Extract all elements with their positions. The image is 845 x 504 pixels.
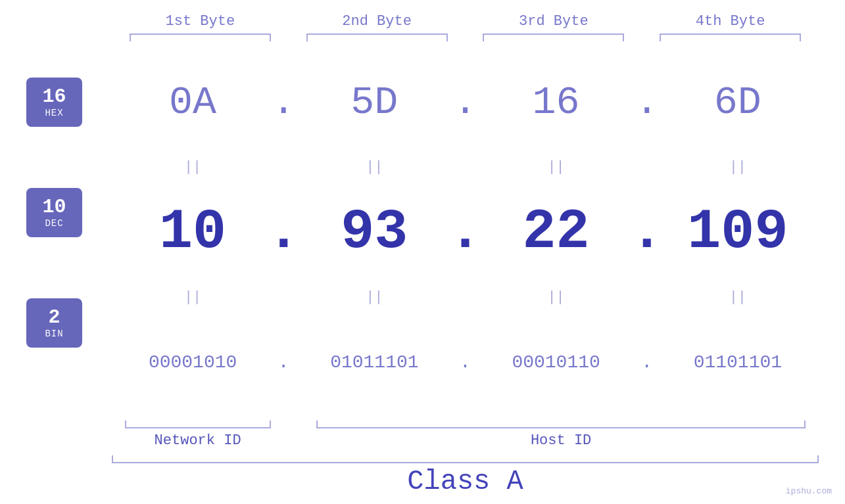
equals-2-2: || xyxy=(293,289,455,306)
dec-dot-2: . xyxy=(456,200,475,264)
bin-base-label: BIN xyxy=(45,329,63,339)
bin-value-1: 00001010 xyxy=(149,352,237,373)
bin-dot-symbol-3: . xyxy=(641,352,652,373)
hex-byte-3: 16 xyxy=(475,80,637,125)
hex-row: 0A . 5D . 16 . 6D xyxy=(112,47,819,158)
bracket-top-2 xyxy=(306,34,448,41)
dec-value-2: 93 xyxy=(341,200,408,264)
hex-byte-1: 0A xyxy=(112,80,274,125)
dec-byte-4: 109 xyxy=(657,200,819,264)
bin-byte-2: 01011101 xyxy=(293,352,455,373)
dec-byte-3: 22 xyxy=(475,200,637,264)
bin-byte-1: 00001010 xyxy=(112,352,274,373)
bracket-top-4 xyxy=(660,34,801,41)
byte-columns: 1st Byte 2nd Byte 3rd Byte 4th Byte xyxy=(112,13,819,41)
dec-byte-1: 10 xyxy=(112,200,274,264)
byte-3-label: 3rd Byte xyxy=(519,13,589,30)
bin-badge: 2 BIN xyxy=(26,298,82,348)
equals-2-1: || xyxy=(112,289,274,306)
hex-value-2: 5D xyxy=(350,80,398,125)
equals-1-2: || xyxy=(293,159,455,175)
equals-2-4: || xyxy=(657,289,819,306)
ip-rows: 0A . 5D . 16 . 6D xyxy=(112,47,819,418)
equals-1-4: || xyxy=(657,159,819,175)
hex-value-1: 0A xyxy=(169,80,216,125)
dec-value-4: 109 xyxy=(687,200,788,264)
dec-row: 10 . 93 . 22 . 109 xyxy=(112,177,819,288)
byte-col-3: 3rd Byte xyxy=(466,13,642,41)
bin-dot-symbol-2: . xyxy=(460,352,471,373)
hex-base-label: HEX xyxy=(45,108,63,118)
hex-byte-4: 6D xyxy=(657,80,819,125)
dec-value-1: 10 xyxy=(159,200,226,264)
byte-4-label: 4th Byte xyxy=(696,13,765,30)
dec-base-label: DEC xyxy=(45,218,63,229)
dec-dot-1: . xyxy=(274,200,293,264)
hex-dot-2: . xyxy=(456,80,475,125)
hex-dot-1: . xyxy=(274,80,293,125)
bin-value-3: 00010110 xyxy=(512,352,600,373)
dec-badge: 10 DEC xyxy=(26,188,82,237)
byte-headers: 1st Byte 2nd Byte 3rd Byte 4th Byte xyxy=(26,13,819,41)
network-id-label: Network ID xyxy=(155,432,241,449)
class-label: Class A xyxy=(407,466,523,497)
byte-1-label: 1st Byte xyxy=(166,13,235,30)
dec-value-3: 22 xyxy=(523,200,590,264)
hex-byte-2: 5D xyxy=(293,80,455,125)
hex-dot-symbol-3: . xyxy=(635,80,659,125)
bin-dot-3: . xyxy=(637,352,657,373)
hex-base-number: 16 xyxy=(42,86,66,108)
equals-2-3: || xyxy=(475,289,637,306)
bin-value-2: 01011101 xyxy=(330,352,418,373)
hex-dot-symbol-2: . xyxy=(454,80,477,125)
bracket-top-1 xyxy=(130,34,271,41)
dec-base-number: 10 xyxy=(42,196,66,218)
byte-2-label: 2nd Byte xyxy=(342,13,412,30)
host-id-label: Host ID xyxy=(531,432,591,449)
bin-byte-4: 01101101 xyxy=(657,352,819,373)
bin-value-4: 01101101 xyxy=(694,352,782,373)
equals-row-1: || || || || xyxy=(112,158,819,177)
watermark: ipshu.com xyxy=(786,486,832,496)
hex-value-4: 6D xyxy=(714,80,761,125)
byte-col-1: 1st Byte xyxy=(112,13,289,41)
content-area: 16 HEX 10 DEC 2 BIN 0A . xyxy=(26,47,819,418)
equals-1-1: || xyxy=(112,159,274,175)
bin-row: 00001010 . 01011101 . 00010110 . xyxy=(112,307,819,418)
byte-col-2: 2nd Byte xyxy=(289,13,466,41)
dec-dot-3: . xyxy=(637,200,657,264)
bin-base-number: 2 xyxy=(48,307,60,329)
hex-badge: 16 HEX xyxy=(26,78,82,127)
bin-byte-3: 00010110 xyxy=(475,352,637,373)
bracket-top-3 xyxy=(483,34,624,41)
byte-col-4: 4th Byte xyxy=(642,13,819,41)
bottom-section: Network ID Host ID Class A xyxy=(26,421,819,497)
bin-dot-1: . xyxy=(274,352,293,373)
main-container: 1st Byte 2nd Byte 3rd Byte 4th Byte 16 H… xyxy=(0,0,845,504)
hex-value-3: 16 xyxy=(533,80,580,125)
equals-row-2: || || || || xyxy=(112,288,819,307)
hex-dot-3: . xyxy=(637,80,657,125)
equals-1-3: || xyxy=(475,159,637,175)
bin-dot-2: . xyxy=(456,352,475,373)
labels-column: 16 HEX 10 DEC 2 BIN xyxy=(26,47,112,418)
hex-dot-symbol-1: . xyxy=(272,80,295,125)
dec-byte-2: 93 xyxy=(293,200,455,264)
bin-dot-symbol-1: . xyxy=(278,352,289,373)
